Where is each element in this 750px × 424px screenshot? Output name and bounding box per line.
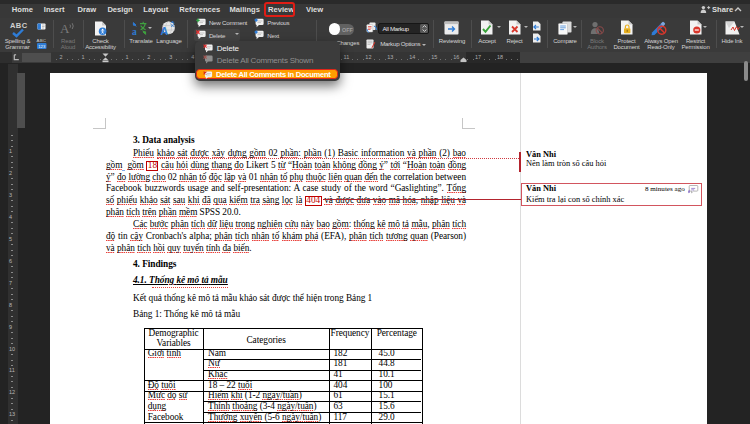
svg-text:123: 123 bbox=[38, 44, 46, 49]
svg-text:A: A bbox=[161, 25, 169, 37]
svg-text:a: a bbox=[132, 26, 137, 36]
